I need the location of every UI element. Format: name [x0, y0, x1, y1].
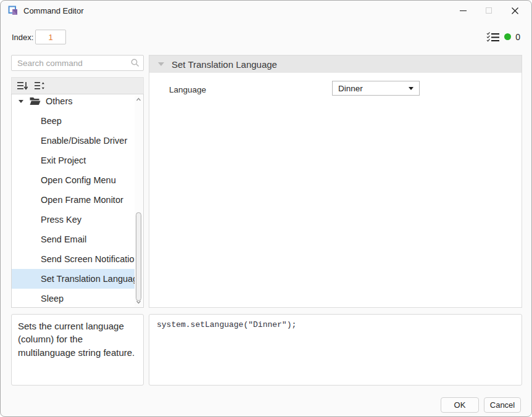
tree-folder-label: Others — [46, 96, 73, 106]
checklist-icon[interactable] — [486, 31, 500, 42]
language-dropdown-value: Dinner — [338, 84, 409, 93]
tree-scrollbar[interactable] — [135, 95, 143, 307]
scroll-down-icon[interactable] — [136, 299, 141, 305]
tree-item[interactable]: Press Key — [12, 210, 136, 229]
command-editor-window: Command Editor Index: 0 — [0, 0, 532, 417]
command-tree: Others BeepEnable/Disable DriverExit Pro… — [11, 94, 144, 308]
tree-items: BeepEnable/Disable DriverExit ProjectOpe… — [12, 111, 136, 308]
cancel-button[interactable]: Cancel — [484, 397, 521, 413]
tree-item[interactable]: Exit Project — [12, 151, 136, 170]
tree-item[interactable]: Set Translation Language — [12, 269, 136, 289]
expand-caret-icon[interactable] — [19, 100, 23, 103]
collapse-caret-icon[interactable] — [158, 62, 164, 66]
command-description: Sets the current language (column) for t… — [11, 314, 144, 386]
magnifier-icon — [131, 59, 139, 67]
scrollbar-thumb[interactable] — [136, 212, 141, 301]
tree-folder-others[interactable]: Others — [12, 94, 136, 111]
ok-button[interactable]: OK — [441, 397, 479, 413]
tree-item[interactable]: Enable/Disable Driver — [12, 131, 136, 151]
app-logo-icon — [8, 6, 18, 15]
tree-item[interactable]: Sleep — [12, 289, 136, 308]
maximize-button[interactable] — [476, 1, 502, 20]
maximize-icon — [486, 7, 492, 14]
tree-item[interactable]: Beep — [12, 111, 136, 131]
panel-header[interactable]: Set Translation Language — [149, 56, 522, 73]
tree-item[interactable]: Send Screen Notification — [12, 249, 136, 269]
scroll-up-icon[interactable] — [136, 97, 141, 102]
status-count: 0 — [515, 32, 520, 42]
index-input[interactable] — [35, 30, 66, 44]
status-dot-icon — [504, 33, 511, 40]
generated-code-preview: system.setLanguage("Dinner"); — [149, 314, 522, 386]
command-settings-panel: Set Translation Language Language Dinner — [149, 55, 522, 308]
sort-up-down-icon[interactable] — [35, 81, 45, 90]
open-folder-icon — [30, 97, 41, 105]
search-input[interactable] — [11, 55, 144, 71]
tree-item[interactable]: Open Config Menu — [12, 170, 136, 190]
index-label: Index: — [12, 33, 33, 42]
close-button[interactable] — [502, 1, 528, 20]
tree-item[interactable]: Open Frame Monitor — [12, 190, 136, 210]
titlebar: Command Editor — [1, 1, 531, 20]
minimize-button[interactable] — [450, 1, 476, 20]
sort-descending-icon[interactable] — [17, 81, 28, 90]
window-title: Command Editor — [23, 6, 84, 15]
language-dropdown[interactable]: Dinner — [332, 81, 420, 96]
language-field-label: Language — [169, 85, 206, 94]
close-icon — [511, 7, 519, 15]
search-box — [11, 55, 144, 71]
command-toolbar — [11, 77, 144, 94]
minimize-icon — [460, 10, 467, 11]
status-cluster: 0 — [486, 31, 520, 42]
tree-item[interactable]: Send Email — [12, 229, 136, 249]
dropdown-caret-icon — [409, 87, 414, 90]
panel-title: Set Translation Language — [172, 59, 277, 70]
